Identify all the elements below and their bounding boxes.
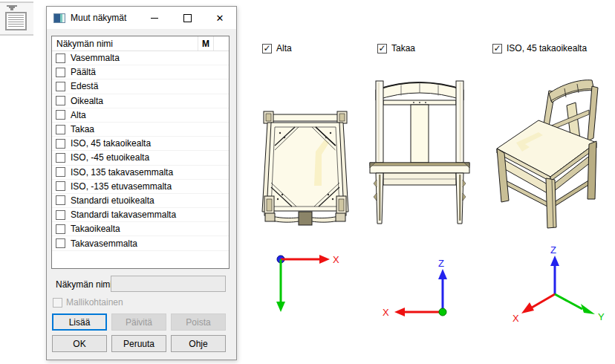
x-axis-label: X [383, 307, 389, 318]
view-name-input[interactable] [111, 276, 226, 292]
list-item-iso45[interactable]: ISO, 45 takaoikealta [52, 137, 229, 151]
checkbox-checked[interactable] [377, 44, 387, 53]
close-icon: ✕ [216, 13, 224, 23]
dialog-titlebar[interactable]: Muut näkymät ✕ [47, 7, 236, 29]
checkbox-unchecked[interactable] [56, 210, 65, 220]
checkbox-unchecked[interactable] [56, 139, 65, 149]
list-item-takaa[interactable]: Takaa [52, 123, 229, 137]
maximize-icon [183, 14, 192, 22]
y-axis-label: Y [598, 311, 605, 322]
viewport-checkbox-takaa[interactable]: Takaa [377, 43, 415, 53]
viewport-checkbox-alta[interactable]: Alta [262, 43, 292, 53]
model-specific-checkbox: Mallikohtainen [53, 297, 123, 308]
x-axis-arrow [394, 308, 405, 316]
muut-nakymat-dialog: Muut näkymät ✕ Näkymän nimi M Vasemmalta… [46, 6, 237, 360]
dialog-app-icon [53, 13, 65, 23]
list-item-alta[interactable]: Alta [52, 108, 229, 123]
checkbox-unchecked[interactable] [56, 68, 65, 77]
peruuta-button[interactable]: Peruuta [111, 335, 166, 352]
list-item-edesta[interactable]: Edestä [52, 79, 229, 94]
checkbox-disabled [53, 298, 62, 308]
view-list[interactable]: Näkymän nimi M Vasemmalta Päältä Edestä … [51, 36, 230, 269]
checkbox-unchecked[interactable] [56, 53, 65, 63]
list-item-iso-135[interactable]: ISO, -135 etuvasemmalta [52, 180, 229, 194]
column-header-m[interactable]: M [198, 36, 214, 51]
chair-back-view [368, 71, 472, 230]
list-item-std-takavasemmalta[interactable]: Standardi takavasemmalta [52, 208, 229, 222]
view-name-label: Näkymän nimi [56, 279, 112, 290]
z-axis-label: Z [438, 258, 444, 269]
axis-triad-bottom-view: X Y [258, 250, 342, 313]
dialog-title: Muut näkymät [71, 13, 126, 23]
x-axis-label: X [333, 254, 339, 265]
maximize-button[interactable] [171, 7, 204, 29]
checkbox-unchecked[interactable] [56, 153, 65, 163]
side-panel-tab[interactable] [0, 1, 33, 36]
checkbox-unchecked[interactable] [56, 125, 65, 134]
checkbox-unchecked[interactable] [56, 167, 65, 177]
z-axis-arrow [438, 269, 447, 279]
x-axis-arrow [319, 255, 330, 264]
chair-iso-view [487, 68, 599, 239]
column-header-extra [214, 36, 229, 51]
list-item-takaoikealta[interactable]: Takaoikealta [52, 222, 229, 236]
y-axis-arrow [581, 304, 595, 314]
drawing-sheet-icon [5, 12, 27, 30]
paivita-button: Päivitä [111, 313, 166, 331]
y-axis-label-clipped: Y [276, 312, 283, 313]
list-item-takavasemmalta[interactable]: Takavasemmalta [52, 236, 229, 250]
minimize-button[interactable] [138, 7, 171, 29]
list-item-std-etuoikealta[interactable]: Standardi etuoikealta [52, 194, 229, 208]
checkbox-unchecked[interactable] [56, 181, 65, 191]
checkbox-unchecked[interactable] [56, 82, 65, 91]
checkbox-unchecked[interactable] [56, 238, 65, 248]
poista-button: Poista [171, 313, 226, 331]
ok-button[interactable]: OK [52, 335, 107, 352]
checkbox-checked[interactable] [492, 44, 502, 53]
viewport-checkbox-iso45[interactable]: ISO, 45 takaoikealta [492, 43, 587, 53]
filter-icon [7, 5, 17, 11]
checkbox-unchecked[interactable] [56, 224, 65, 234]
axis-triad-iso-view: Z X Y [511, 244, 611, 325]
chair-bottom-view [260, 108, 351, 229]
x-axis-arrow [521, 302, 534, 313]
ohje-button[interactable]: Ohje [171, 335, 226, 352]
y-axis-dot [439, 308, 446, 316]
list-item-iso-45[interactable]: ISO, -45 etuoikealta [52, 151, 229, 165]
column-header-name[interactable]: Näkymän nimi [52, 39, 198, 49]
checkbox-unchecked[interactable] [56, 195, 65, 205]
y-axis-arrow [276, 302, 285, 312]
checkbox-unchecked[interactable] [56, 96, 65, 105]
lisaa-button[interactable]: Lisää [52, 313, 107, 331]
list-item-vasemmalta[interactable]: Vasemmalta [52, 51, 229, 65]
z-axis-label: Z [550, 244, 556, 256]
close-button[interactable]: ✕ [204, 7, 236, 29]
list-header[interactable]: Näkymän nimi M [52, 36, 229, 51]
axis-triad-back-view: Z X [381, 256, 464, 318]
checkbox-unchecked[interactable] [56, 110, 65, 120]
minimize-icon [151, 18, 158, 19]
list-item-paalta[interactable]: Päältä [52, 65, 229, 79]
list-item-iso135[interactable]: ISO, 135 takavasemmalta [52, 166, 229, 180]
list-item-oikealta[interactable]: Oikealta [52, 94, 229, 108]
z-axis-arrow [550, 256, 559, 266]
x-axis-label: X [512, 313, 519, 324]
checkbox-checked[interactable] [262, 44, 272, 53]
